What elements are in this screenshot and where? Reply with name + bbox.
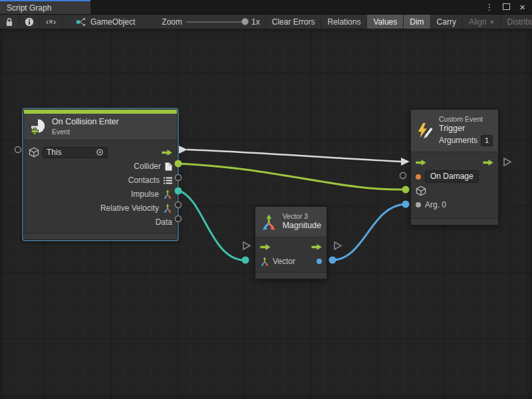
node-subtitle: Event: [52, 128, 119, 136]
port-event-target-connected[interactable]: [402, 186, 410, 194]
port-magnitude-out-connected[interactable]: [329, 257, 336, 264]
zoom-slider[interactable]: [186, 21, 247, 23]
node-type-label: Vector 3: [283, 212, 321, 221]
values-button[interactable]: Values: [367, 15, 404, 29]
port-collider-connected[interactable]: [175, 160, 182, 168]
wire-collider-to-target: [178, 164, 406, 190]
custom-event-icon: [416, 122, 434, 140]
info-icon: [25, 17, 34, 27]
port-label-contacts: Contacts: [128, 176, 160, 185]
port-contacts-empty[interactable]: [176, 175, 182, 181]
clear-errors-label: Clear Errors: [272, 17, 315, 27]
maximize-icon[interactable]: [503, 3, 510, 11]
tab-title: Script Graph: [7, 3, 51, 13]
port-vector-flow-out-empty[interactable]: [334, 242, 341, 249]
node-type-label: Custom Event: [439, 115, 493, 124]
arg0-label: Arg. 0: [425, 200, 446, 209]
lock-button[interactable]: [0, 15, 19, 29]
flow-in-arrow-icon: [260, 243, 271, 251]
node-vector3-magnitude[interactable]: Vector 3 Magnitude Vector: [255, 206, 327, 279]
vector3-icon: [163, 190, 172, 199]
chevron-down-icon: ▼: [489, 19, 495, 25]
port-data-empty[interactable]: [176, 216, 182, 222]
wire-magnitude-to-arg0: [332, 204, 406, 260]
info-button[interactable]: [19, 15, 40, 29]
collision-enter-icon: [29, 118, 47, 135]
wire-flow-collision-to-event: [187, 150, 401, 162]
node-body: This Collider Contacts Impulse Relative …: [24, 140, 177, 229]
object-picker-icon[interactable]: [96, 148, 104, 156]
window-menu-icon[interactable]: ⋮: [485, 3, 493, 11]
gameobject-label: GameObject: [90, 17, 135, 27]
port-event-name[interactable]: [416, 174, 421, 180]
port-output-float[interactable]: [317, 259, 322, 264]
vector3-icon: [260, 257, 269, 266]
port-event-name-empty[interactable]: [400, 173, 406, 179]
list-icon: [164, 177, 172, 184]
port-flow-in-connected[interactable]: [401, 158, 410, 166]
flow-out-arrow-icon: [311, 243, 322, 251]
collider-icon: [165, 162, 172, 171]
node-header: On Collision Enter Event: [24, 114, 177, 140]
port-self-input-empty[interactable]: [15, 147, 21, 153]
node-on-collision-enter[interactable]: On Collision Enter Event This Collider: [23, 109, 178, 240]
port-vector-in-connected[interactable]: [242, 257, 249, 264]
relations-label: Relations: [327, 17, 360, 27]
code-preview-label: ‹×›: [46, 17, 56, 27]
gameobject-cube-icon: [416, 186, 426, 196]
window-controls: ⋮ ×: [485, 0, 532, 14]
node-header: Vector 3 Magnitude: [255, 207, 327, 237]
gameobject-cube-icon: [29, 147, 39, 158]
node-title: On Collision Enter: [52, 117, 119, 128]
port-impulse-connected[interactable]: [175, 188, 182, 195]
node-title: Trigger: [439, 124, 493, 134]
port-event-flow-out-empty[interactable]: [504, 158, 511, 166]
relations-button[interactable]: Relations: [321, 15, 367, 29]
wire-impulse-to-vector: [178, 191, 243, 260]
zoom-label: Zoom: [162, 17, 182, 27]
tab-script-graph[interactable]: Script Graph: [0, 0, 90, 14]
port-arg0[interactable]: [416, 202, 421, 207]
values-label: Values: [373, 17, 397, 27]
carry-label: Carry: [437, 17, 456, 27]
clear-errors-button[interactable]: Clear Errors: [265, 15, 322, 29]
lock-icon: [5, 17, 13, 27]
arguments-count-field[interactable]: 1: [481, 135, 493, 146]
flow-out-arrow-icon: [162, 149, 172, 156]
node-header: Custom Event Trigger Arguments 1: [411, 110, 498, 152]
graph-toolbar: ‹×› GameObject Zoom 1x Clear Errors Rela…: [0, 14, 532, 29]
node-title: Magnitude: [283, 221, 321, 231]
event-name-field[interactable]: On Damage: [425, 170, 479, 183]
port-label-impulse: Impulse: [131, 190, 159, 199]
align-dropdown[interactable]: Align ▼: [463, 15, 501, 29]
port-vector-flow-in-empty[interactable]: [243, 242, 250, 249]
port-relative-velocity-empty[interactable]: [176, 202, 182, 208]
zoom-slider-thumb[interactable]: [241, 18, 249, 25]
maximize-glyph: [503, 3, 510, 10]
node-body: On Damage Arg. 0: [411, 152, 498, 215]
distribute-dropdown[interactable]: Distribute ▼: [501, 15, 532, 29]
node-footer: [411, 218, 498, 225]
port-label-collider: Collider: [134, 162, 161, 171]
graph-target[interactable]: GameObject: [70, 15, 140, 29]
port-label-vector: Vector: [273, 257, 295, 266]
port-label-data: Data: [156, 217, 172, 227]
graph-canvas[interactable]: On Collision Enter Event This Collider: [0, 29, 532, 399]
close-icon[interactable]: ×: [519, 2, 525, 12]
target-self-field[interactable]: This: [43, 147, 108, 158]
node-trigger-custom-event[interactable]: Custom Event Trigger Arguments 1 On Dama…: [410, 109, 499, 225]
unity-script-graph-window: { "window": { "tab_title": "Script Graph…: [0, 0, 532, 399]
vector3-icon: [163, 203, 172, 213]
zoom-value: 1x: [251, 17, 260, 27]
dim-button[interactable]: Dim: [404, 15, 430, 29]
code-preview-button[interactable]: ‹×›: [40, 15, 63, 29]
align-label: Align: [469, 17, 487, 27]
dim-label: Dim: [410, 17, 424, 27]
port-arg0-connected[interactable]: [402, 201, 410, 208]
carry-button[interactable]: Carry: [431, 15, 463, 29]
node-footer: [255, 272, 327, 279]
title-bar: Script Graph ⋮ ×: [0, 0, 532, 14]
port-flow-out-connected[interactable]: [179, 146, 188, 154]
port-label-relative-velocity: Relative Velocity: [100, 203, 159, 213]
flow-out-arrow-icon: [483, 159, 493, 166]
